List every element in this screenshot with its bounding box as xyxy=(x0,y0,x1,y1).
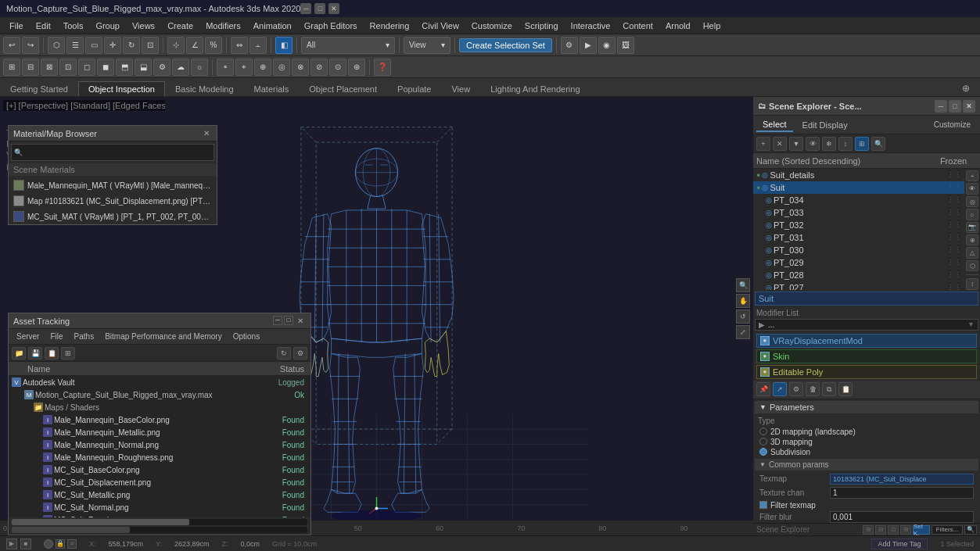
se-footer-search-btn[interactable]: 🔍 xyxy=(964,525,977,535)
pt-paste-btn[interactable]: 📋 xyxy=(838,382,853,396)
tab-getting-started[interactable]: Getting Started xyxy=(0,81,78,96)
se-footer-filters-btn[interactable]: Filters... xyxy=(932,525,963,535)
nav-zoom-btn[interactable]: 🔍 xyxy=(736,278,750,292)
se-item-pt027[interactable]: ◎PT_027⋮⋮ xyxy=(753,281,964,290)
stop-btn[interactable]: ■ xyxy=(20,538,31,549)
menu-animation[interactable]: Animation xyxy=(247,20,298,32)
asset-item-maps-folder[interactable]: 📁 Maps / Shaders xyxy=(9,401,311,413)
tb2-btn16[interactable]: ⊗ xyxy=(292,59,309,76)
se-expand-btn[interactable]: ⊞ xyxy=(855,137,869,151)
nav-maximize-btn[interactable]: ⤢ xyxy=(736,325,750,339)
tab-lighting[interactable]: Lighting And Rendering xyxy=(480,81,590,96)
se-footer-btn4[interactable]: ⊞ xyxy=(900,525,911,535)
tb2-btn9[interactable]: ⚙ xyxy=(153,59,171,76)
menu-tools[interactable]: Tools xyxy=(57,20,90,32)
mat-browser-close-btn[interactable]: ✕ xyxy=(201,128,212,139)
asset-item-max[interactable]: M Motion_Capture_Suit_Blue_Rigged_max_vr… xyxy=(9,388,311,401)
tb2-btn8[interactable]: ⬓ xyxy=(135,59,152,76)
pt-copy-btn[interactable]: ⧉ xyxy=(822,382,836,396)
named-sel-dropdown[interactable]: All▾ xyxy=(301,37,395,54)
asset-img-4[interactable]: I Male_Mannequin_Roughness.png Found xyxy=(9,451,311,463)
tb2-btn3[interactable]: ⊠ xyxy=(41,59,58,76)
texmap-value[interactable]: 10183621 (MC_Suit_Displace xyxy=(830,474,974,485)
se-hide-btn[interactable]: 👁 xyxy=(806,137,820,151)
menu-rendering[interactable]: Rendering xyxy=(364,20,416,32)
menu-interactive[interactable]: Interactive xyxy=(565,20,617,32)
angle-snap-btn[interactable]: ∠ xyxy=(186,37,203,54)
asset-menu-paths[interactable]: Paths xyxy=(70,331,99,342)
filter-texmap-row[interactable]: Filter texmap xyxy=(755,500,978,510)
tb2-btn7[interactable]: ⬒ xyxy=(116,59,133,76)
modifier-vray-displacement[interactable]: ● VRayDisplacementMod xyxy=(756,334,977,348)
asset-img-6[interactable]: I MC_Suit_Displacement.png Found xyxy=(9,476,311,488)
tb2-btn12[interactable]: ⚬ xyxy=(217,59,234,76)
menu-edit[interactable]: Edit xyxy=(30,20,57,32)
tb2-btn5[interactable]: ◻ xyxy=(78,59,95,76)
menu-help[interactable]: Help xyxy=(697,20,727,32)
asset-panel-header[interactable]: Asset Tracking ─ □ ✕ xyxy=(9,313,311,329)
se-filter-btn[interactable]: ▼ xyxy=(789,137,803,151)
pt-del-btn[interactable]: 🗑 xyxy=(806,382,820,396)
asset-img-9[interactable]: I MC_Suit_Roughness.png Found xyxy=(9,513,311,517)
tb2-btn19[interactable]: ⊛ xyxy=(348,59,365,76)
redo-btn[interactable]: ↪ xyxy=(22,37,39,54)
menu-file[interactable]: File xyxy=(3,20,30,32)
mat-search-box[interactable]: 🔍 xyxy=(11,144,214,161)
tb2-btn14[interactable]: ⊕ xyxy=(254,59,271,76)
menu-arnold[interactable]: Arnold xyxy=(659,20,697,32)
tb2-btn17[interactable]: ⊘ xyxy=(311,59,328,76)
asset-tb1[interactable]: 📁 xyxy=(12,347,26,360)
menu-scripting[interactable]: Scripting xyxy=(519,20,565,32)
se-item-pt033[interactable]: ◎PT_033⋮⋮ xyxy=(753,206,964,219)
tb2-btn11[interactable]: ☼ xyxy=(191,59,208,76)
tb2-btn13[interactable]: ⌖ xyxy=(235,59,253,76)
asset-close-btn[interactable]: ✕ xyxy=(295,316,306,327)
se-item-pt029[interactable]: ◎PT_029⋮⋮ xyxy=(753,256,964,269)
modifier-dropdown[interactable]: ▶ ... ▼ xyxy=(755,319,978,331)
se-item-pt034[interactable]: ◎PT_034⋮⋮ xyxy=(753,194,964,206)
pt-pin-btn[interactable]: 📌 xyxy=(756,382,770,396)
se-ri-render-btn[interactable]: ◎ xyxy=(966,196,978,207)
se-ri-shape-btn[interactable]: △ xyxy=(966,247,978,258)
undo-btn[interactable]: ↩ xyxy=(3,37,20,54)
asset-tb3[interactable]: 📋 xyxy=(45,347,59,360)
create-selection-btn[interactable]: Create Selection Set xyxy=(459,38,552,52)
tb2-btn20[interactable]: ❓ xyxy=(374,59,391,76)
rotate-btn[interactable]: ↻ xyxy=(123,37,140,54)
asset-refresh-btn[interactable]: ↻ xyxy=(277,347,291,360)
tb2-btn2[interactable]: ⊟ xyxy=(22,59,39,76)
modifier-skin[interactable]: ● Skin xyxy=(756,349,977,363)
se-item-pt030[interactable]: ◎PT_030⋮⋮ xyxy=(753,244,964,256)
se-search-btn[interactable]: 🔍 xyxy=(871,137,885,151)
asset-menu-options[interactable]: Options xyxy=(228,331,264,342)
se-footer-btn1[interactable]: ⊞ xyxy=(863,525,874,535)
asset-scrollbar2[interactable] xyxy=(12,527,307,533)
se-footer-btn3[interactable]: ⊡ xyxy=(888,525,899,535)
mat-search-input[interactable] xyxy=(25,148,214,157)
tb2-btn10[interactable]: ☁ xyxy=(172,59,189,76)
asset-tb4[interactable]: ⊞ xyxy=(61,347,75,360)
se-tab-select[interactable]: Select xyxy=(756,118,793,132)
nav-orbit-btn[interactable]: ↺ xyxy=(736,309,750,324)
asset-scrollbar[interactable] xyxy=(12,519,307,525)
tab-object-placement[interactable]: Object Placement xyxy=(299,81,387,96)
tab-extra[interactable]: ⊕ xyxy=(952,80,980,96)
menu-civil-view[interactable]: Civil View xyxy=(415,20,465,32)
modifier-editable-poly[interactable]: ● Editable Poly xyxy=(756,365,977,379)
tab-basic-modeling[interactable]: Basic Modeling xyxy=(165,81,244,96)
asset-menu-bitmap[interactable]: Bitmap Performance and Memory xyxy=(100,331,227,342)
asset-img-1[interactable]: I Male_Mannequin_BaseColor.png Found xyxy=(9,413,311,426)
rect-select-btn[interactable]: ▭ xyxy=(85,37,102,54)
scale-btn[interactable]: ⊡ xyxy=(142,37,159,54)
menu-create[interactable]: Create xyxy=(161,20,199,32)
se-item-pt031[interactable]: ◎PT_031⋮⋮ xyxy=(753,231,964,244)
radio-subdivision[interactable]: Subdivision xyxy=(755,447,978,457)
radio-3d-mapping[interactable]: 3D mapping xyxy=(755,437,978,447)
view-dropdown[interactable]: View▾ xyxy=(404,37,451,54)
tb2-btn18[interactable]: ⊙ xyxy=(329,59,346,76)
menu-customize[interactable]: Customize xyxy=(465,20,519,32)
pt-settings-btn[interactable]: ⚙ xyxy=(789,382,803,396)
asset-minimize-btn[interactable]: ─ xyxy=(273,316,282,325)
se-del-btn[interactable]: ✕ xyxy=(773,137,787,151)
se-ri-sort-btn[interactable]: ↕ xyxy=(966,278,978,289)
